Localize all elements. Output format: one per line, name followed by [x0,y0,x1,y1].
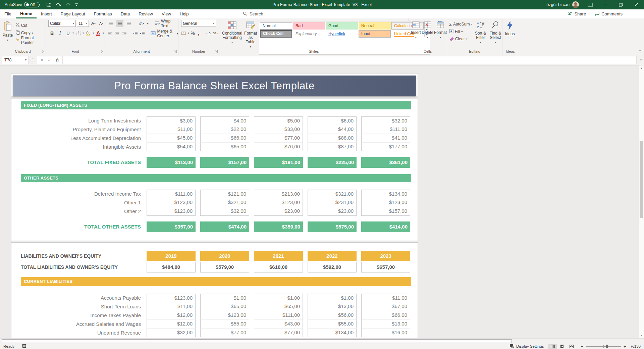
value-cell[interactable]: $134,00 [361,190,410,198]
value-cell[interactable]: $177,00 [361,143,410,151]
vertical-scrollbar[interactable]: ▲ ▼ [639,65,644,338]
value-cell[interactable]: $56,00 [308,311,357,320]
decrease-decimal-icon[interactable]: .00→ [212,30,219,37]
fill-color-menu-icon[interactable]: ▾ [93,32,94,35]
value-cell[interactable]: $1,00 [254,294,303,302]
value-cell[interactable]: $87,00 [308,143,357,151]
enter-icon[interactable]: ✓ [48,58,51,62]
value-cell[interactable]: $43,00 [254,320,303,329]
row-label[interactable]: Unearned Revenue [11,329,142,337]
value-cell[interactable]: $121,00 [200,190,249,198]
value-cell[interactable]: $5,00 [254,116,303,125]
value-cell[interactable]: $13,00 [308,302,357,311]
zoom-slider-thumb[interactable] [606,345,608,348]
zoom-slider[interactable] [586,346,621,347]
value-cell[interactable]: $55,00 [200,320,249,329]
value-cell[interactable]: $76,00 [254,143,303,151]
value-cell[interactable]: $77,00 [254,134,303,143]
borders-menu-icon[interactable]: ▾ [83,32,84,35]
value-cell[interactable]: $11,00 [361,294,410,302]
clear-button[interactable]: Clear ▾ [449,35,472,43]
value-cell[interactable]: $157,00 [361,207,410,216]
value-cell[interactable]: $32,00 [361,116,410,125]
value-cell[interactable]: $44,00 [308,125,357,134]
formula-input[interactable] [63,56,637,64]
normal-view-icon[interactable] [548,344,557,349]
tab-home[interactable]: Home [16,9,37,18]
number-format-select[interactable]: General▾ [181,20,216,27]
liabilities-section-label[interactable]: LIABILITIES AND OWNER'S EQUITY [11,251,142,261]
align-left-icon[interactable] [108,30,113,37]
total-liabilities-cell[interactable]: $657,00 [361,262,410,272]
style-check-cell[interactable]: Check Cell [260,30,292,38]
tab-page-layout[interactable]: Page Layout [56,9,90,18]
value-cell[interactable]: $11,00 [147,125,196,134]
total-cell[interactable]: $359,00 [254,221,303,232]
value-cell[interactable]: $111,00 [147,190,196,198]
value-cell[interactable]: $77,00 [200,329,249,337]
search-box[interactable]: Search [243,9,263,18]
font-name-select[interactable]: Calibri▾ [48,20,76,27]
value-cell[interactable]: $123,00 [254,198,303,207]
other-assets-header[interactable]: OTHER ASSETS [21,174,411,182]
restore-icon[interactable] [613,0,629,9]
row-label[interactable]: Accounts Payable [11,294,142,302]
value-cell[interactable]: $65,00 [200,302,249,311]
total-cell[interactable]: $225,00 [308,157,357,168]
ribbon-display-options-icon[interactable] [582,0,598,9]
total-label[interactable]: TOTAL FIXED ASSETS [11,157,142,168]
value-cell[interactable]: $123,00 [361,198,410,207]
autosave-pill[interactable]: Off [24,2,40,7]
bold-button[interactable]: B [48,30,56,37]
sheet-title-banner[interactable]: Pro Forma Balance Sheet Excel Template [13,76,416,96]
row-label[interactable]: Property, Plant and Equipment [11,125,142,134]
total-liabilities-label[interactable]: TOTAL LIABILITIES AND OWNER'S EQUITY [11,262,142,272]
tab-help[interactable]: Help [175,9,193,18]
style-bad[interactable]: Bad [293,22,325,30]
row-label[interactable]: Short-Term Loans [11,302,142,311]
value-cell[interactable]: $213,00 [254,190,303,198]
accounting-format-icon[interactable] [181,30,186,37]
total-cell[interactable]: $575,00 [308,221,357,232]
value-cell[interactable]: $32,00 [200,207,249,216]
save-icon[interactable] [46,2,51,7]
comma-style-icon[interactable]: , [197,30,201,37]
row-label[interactable]: Less Accumulated Depreciation [11,134,142,143]
value-cell[interactable]: $123,00 [147,198,196,207]
italic-button[interactable]: I [56,30,64,37]
comments-button[interactable]: Comments [595,11,623,17]
autosum-button[interactable]: Σ AutoSum ▾ [449,20,472,28]
value-cell[interactable]: $1,00 [308,294,357,302]
orientation-menu-icon[interactable]: ▾ [147,22,148,25]
underline-button[interactable]: U [64,30,72,37]
style-good[interactable]: Good [326,22,358,30]
align-right-icon[interactable] [122,30,127,37]
scroll-down-icon[interactable]: ▼ [639,333,644,338]
name-box[interactable]: T78 ▾ [2,56,29,64]
value-cell[interactable]: $33,00 [254,125,303,134]
page-break-view-icon[interactable] [567,344,576,349]
font-color-menu-icon[interactable]: ▾ [103,32,104,35]
row-label[interactable]: Deferred Income Tax [11,190,142,198]
value-cell[interactable]: $32,00 [147,329,196,337]
value-cell[interactable]: $66,00 [361,311,410,320]
font-size-select[interactable]: 11▾ [77,20,89,27]
alignment-dialog-launcher-icon[interactable] [173,50,177,53]
fill-button[interactable]: Fill ▾ [449,28,472,35]
decrease-font-size-icon[interactable]: A˅ [98,20,105,27]
style-normal[interactable]: Normal [260,22,292,30]
increase-decimal-icon[interactable]: ←.0 [205,30,211,37]
macro-record-icon[interactable] [22,344,26,349]
total-cell[interactable]: $414,00 [361,221,410,232]
customize-quick-access-icon[interactable] [75,3,78,7]
value-cell[interactable]: $321,00 [308,190,357,198]
row-label[interactable]: Other 1 [11,198,142,207]
expand-formula-bar-icon[interactable]: ▾ [638,58,644,62]
current-liabilities-header[interactable]: CURRENT LIABILITIES [21,277,411,286]
total-label[interactable]: TOTAL OTHER ASSETS [11,221,142,232]
row-label[interactable]: Other 2 [11,207,142,216]
increase-font-size-icon[interactable]: A˄ [90,20,97,27]
avatar[interactable] [572,1,579,8]
align-middle-icon[interactable] [116,20,123,27]
value-cell[interactable]: $11,00 [147,302,196,311]
